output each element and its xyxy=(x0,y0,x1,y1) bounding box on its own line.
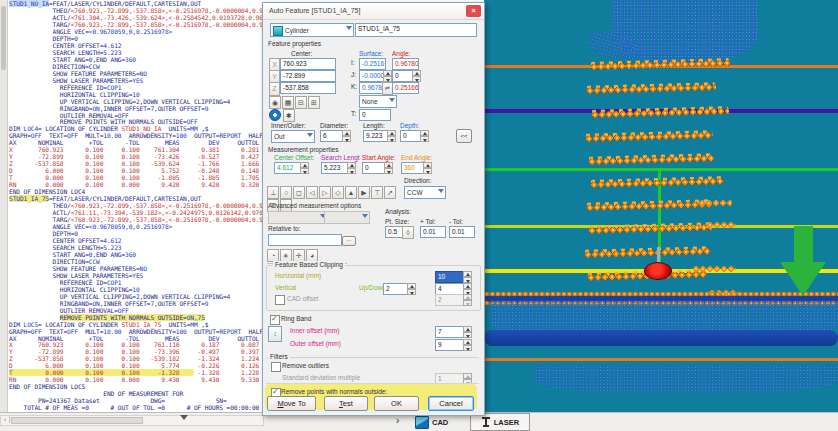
code-content[interactable]: STUD1_NO_IA=FEAT/LASER/CYLINDER/DEFAULT,… xyxy=(9,1,270,412)
i-label: I: xyxy=(351,59,355,66)
perpendicular-probe-icon[interactable]: ⊥ xyxy=(267,186,279,199)
ring-band-checkbox[interactable] xyxy=(270,315,280,325)
angle-k-input[interactable]: 0.25166 xyxy=(392,82,419,94)
direction-value: CCW xyxy=(407,189,423,196)
plus-tol-input[interactable]: 0.01 xyxy=(420,226,446,238)
center-y-input[interactable]: -72.899 xyxy=(280,70,336,82)
ok-button[interactable]: OK xyxy=(374,396,419,411)
vector-jump-icon[interactable]: ↗ xyxy=(384,186,396,199)
vertical-up-spinner[interactable] xyxy=(407,283,416,295)
advanced-select-1[interactable] xyxy=(268,211,328,224)
surface-j-spinner[interactable] xyxy=(383,70,392,82)
tab-scroll-next-icon[interactable]: › xyxy=(396,415,399,426)
feature-center-line xyxy=(484,168,838,171)
level-icon[interactable]: ▲ xyxy=(345,186,357,199)
center-x-input[interactable]: 760.923 xyxy=(280,58,336,70)
cancel-button[interactable]: Cancel xyxy=(428,396,474,411)
scrollbar-thumb[interactable] xyxy=(11,417,143,424)
scroll-left-icon[interactable]: ‹ xyxy=(1,416,10,423)
scrollbar-thumb[interactable] xyxy=(1,6,6,70)
circle-path-icon[interactable]: ○ xyxy=(280,186,292,199)
diameter-spinner[interactable] xyxy=(342,130,351,142)
graphics-window[interactable] xyxy=(484,0,838,412)
seed-point-pin xyxy=(657,247,660,263)
target-icon[interactable] xyxy=(269,109,281,121)
browse-button[interactable]: ... xyxy=(342,236,356,246)
stud-thread-points xyxy=(584,243,710,263)
tab-laser-label: LASER xyxy=(494,418,519,427)
start-angle-spinner[interactable] xyxy=(384,162,393,174)
center-label: Center: xyxy=(291,50,312,57)
direction-select[interactable]: CCW xyxy=(404,186,446,199)
angle-i-input[interactable]: 0.96780 xyxy=(392,58,419,70)
relative-to-input[interactable] xyxy=(268,234,342,246)
k-label: K: xyxy=(351,83,357,90)
ring-band-icon[interactable]: ↕ xyxy=(268,326,282,342)
touch-icon[interactable]: ⊤ xyxy=(371,186,383,199)
collapse-dialog-button[interactable]: << xyxy=(456,129,472,143)
horizontal-clipping-spinner[interactable] xyxy=(463,271,472,283)
stud-thread-points xyxy=(590,55,730,75)
remove-outliers-checkbox[interactable] xyxy=(271,362,281,372)
depth-spinner[interactable] xyxy=(420,130,429,142)
stud-thread-points xyxy=(588,219,712,238)
cad-offset-spinner xyxy=(463,294,472,306)
std-dev-label: Standard deviation multiple xyxy=(282,374,360,381)
play-scan-icon[interactable]: ▶ xyxy=(358,186,370,199)
surface-label: Surface: xyxy=(359,50,383,57)
outer-offset-spinner[interactable] xyxy=(463,339,472,351)
constraint-select[interactable]: None xyxy=(359,95,397,108)
center-z-input[interactable]: -537.858 xyxy=(280,82,336,94)
pt-size-mode-icon[interactable]: ◊ xyxy=(402,226,414,239)
length-spinner[interactable] xyxy=(387,130,396,142)
inner-outer-select[interactable]: Out xyxy=(271,130,315,143)
feature-name-input[interactable]: STUD1_IA_75 xyxy=(355,23,477,37)
expand-box-icon[interactable]: ⊞ xyxy=(308,96,320,109)
stud-thread-points xyxy=(586,196,712,216)
cylinder-icon xyxy=(273,26,283,36)
settings-icon[interactable]: ✱ xyxy=(283,109,295,122)
surface-i-input[interactable]: -0.2516 xyxy=(359,58,386,70)
plate-point-cloud-lower xyxy=(534,365,838,393)
collapse-chevron-icon[interactable] xyxy=(180,415,188,420)
end-angle-spinner[interactable] xyxy=(423,162,432,174)
cad-offset-checkbox[interactable] xyxy=(275,295,285,305)
code-vertical-scrollbar[interactable] xyxy=(0,0,8,412)
axis-z-button[interactable]: Z xyxy=(269,82,280,96)
grid-icon[interactable]: ▦ xyxy=(282,96,294,109)
snap-point-icon[interactable]: ◉ xyxy=(269,96,281,109)
filters-label: Filters xyxy=(268,353,290,360)
diamond-pattern-icon[interactable]: ◇ xyxy=(332,186,344,199)
search-length-spinner[interactable] xyxy=(347,162,356,174)
square-path-icon[interactable]: ◻ xyxy=(293,186,305,199)
move-to-button[interactable]: Move To xyxy=(267,396,316,411)
length-label: Length: xyxy=(363,122,385,129)
arc-right-icon[interactable]: ▷ xyxy=(319,186,331,199)
dialog-titlebar[interactable]: Auto Feature [STUD1_IA_75] xyxy=(263,3,484,20)
surface-j-input[interactable]: -0.0000 xyxy=(359,70,386,82)
angle-j-spinner[interactable] xyxy=(412,70,421,82)
inner-offset-spinner[interactable] xyxy=(463,326,472,338)
close-icon[interactable]: × xyxy=(466,5,481,17)
advanced-select-2[interactable] xyxy=(324,211,370,224)
lower-clipping-line xyxy=(484,358,838,361)
code-horizontal-scrollbar[interactable]: ‹ xyxy=(0,415,264,426)
t-input[interactable]: 0 xyxy=(359,109,391,121)
remove-outliers-label: Remove outliers xyxy=(282,362,329,369)
arc-left-icon[interactable]: ◁ xyxy=(306,186,318,199)
test-button[interactable]: Test xyxy=(324,396,368,411)
collapse-box-icon[interactable]: ⊟ xyxy=(295,96,307,109)
relative-to-label: Relative to: xyxy=(268,225,301,232)
pt-size-label: Pt. Size: xyxy=(385,218,409,225)
minus-tol-input[interactable]: 0.01 xyxy=(449,226,475,238)
vertical-clipping-label: Vertical xyxy=(275,284,296,291)
minus-tol-label: - Tol: xyxy=(449,218,463,225)
center-offset-spinner[interactable] xyxy=(300,162,309,174)
direction-label: Direction: xyxy=(404,177,431,184)
feature-type-select[interactable]: Cylinder xyxy=(270,23,354,37)
laser-scanner-icon xyxy=(481,417,491,428)
diameter-label: Diameter: xyxy=(320,122,348,129)
j-label: J: xyxy=(351,71,356,78)
inner-outer-label: Inner/Outer: xyxy=(271,122,306,129)
stud-thread-points xyxy=(585,127,713,147)
